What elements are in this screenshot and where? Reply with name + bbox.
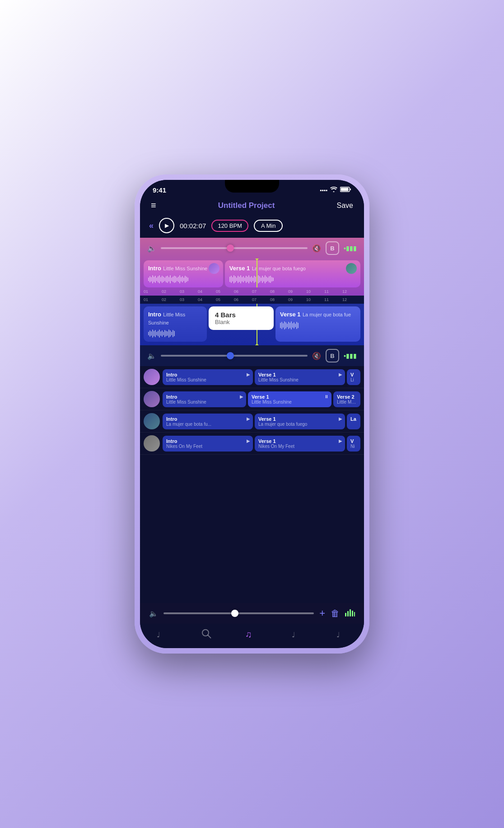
- tab-search[interactable]: [201, 629, 211, 639]
- song-row-1: Intro Little Miss Sunshine ▶ Verse 1 Lit…: [140, 366, 364, 388]
- volume-slider-bottom[interactable]: [163, 612, 314, 614]
- volume-slider-1[interactable]: [161, 247, 308, 249]
- song-clip-verse1-1[interactable]: Verse 1 Little Miss Sunshine ▶: [255, 369, 345, 385]
- ruler-tick: 01: [144, 289, 162, 294]
- volume-thumb-bottom[interactable]: [231, 610, 238, 617]
- song-clip-v-1[interactable]: V Li: [347, 369, 360, 385]
- song-clip-intro-1[interactable]: Intro Little Miss Sunshine ▶: [163, 369, 253, 385]
- clip-sub: Little Miss Sunshine: [166, 377, 249, 382]
- clip-name: Intro: [166, 438, 249, 444]
- track-2-clips: Intro Little Miss Sunshine 4 Bars Blank …: [140, 304, 364, 345]
- svg-point-9: [202, 630, 209, 636]
- track-2-ruler: 01 02 03 04 05 06 07 08 09 10 11 12: [140, 296, 364, 304]
- track-1-clips: Intro Little Miss Sunshine Verse 1 La mu…: [140, 259, 364, 287]
- clip-intro-1[interactable]: Intro Little Miss Sunshine: [144, 260, 223, 287]
- mute-button-2[interactable]: 🔇: [312, 352, 321, 360]
- ruler-tick: 12: [342, 289, 360, 294]
- song-clip-intro-2[interactable]: Intro Little Miss Sunshine ▶: [163, 391, 246, 407]
- track-2-dark: 01 02 03 04 05 06 07 08 09 10 11 12: [140, 296, 364, 304]
- svg-rect-5: [350, 609, 351, 616]
- ruler-tick: 04: [198, 289, 216, 294]
- clip-sub-intro-1: Little Miss Sunshine: [163, 266, 207, 271]
- song-clip-v-4[interactable]: V Ni: [347, 436, 360, 452]
- project-title[interactable]: Untitled Project: [218, 201, 275, 210]
- signal-icon: ▪▪▪▪: [320, 187, 327, 193]
- bpm-button[interactable]: 120 BPM: [211, 220, 248, 232]
- ruler-tick: 09: [288, 297, 306, 302]
- play-icon[interactable]: ▶: [339, 438, 342, 443]
- track-2-blue: Intro Little Miss Sunshine 4 Bars Blank …: [140, 304, 364, 345]
- song-clip-verse2-2[interactable]: Verse 2 Little Miss Sun: [333, 391, 360, 407]
- back-button[interactable]: «: [149, 221, 154, 231]
- svg-rect-2: [350, 188, 351, 190]
- tab-3[interactable]: ♩: [292, 629, 303, 638]
- mute-button-1[interactable]: 🔇: [312, 244, 321, 253]
- ruler-tick: 05: [216, 297, 234, 302]
- song-avatar-4: [144, 435, 160, 452]
- waveform-1: [148, 275, 219, 284]
- clip-intro-2[interactable]: Intro Little Miss Sunshine: [144, 306, 207, 342]
- play-icon: ▶: [165, 222, 169, 229]
- song-clip-la-3[interactable]: La: [347, 414, 360, 429]
- waveform-blue-1: [148, 329, 202, 338]
- tab-1[interactable]: ♩: [157, 629, 168, 638]
- clip-sub: Li: [350, 377, 357, 382]
- ruler-tick: 10: [306, 297, 324, 302]
- volume-thumb-1[interactable]: [227, 245, 234, 252]
- ruler-tick: 04: [198, 297, 216, 302]
- add-button[interactable]: +: [319, 607, 325, 619]
- play-icon[interactable]: ▶: [339, 416, 342, 421]
- notch: [225, 180, 279, 193]
- volume-icon-2: 🔈: [147, 352, 156, 360]
- ruler-tick: 12: [342, 297, 360, 302]
- play-button[interactable]: ▶: [159, 218, 174, 233]
- clip-sub-verse1-2: La mujer que bota fue: [303, 312, 351, 317]
- menu-button[interactable]: ≡: [151, 200, 156, 211]
- clip-verse1-1[interactable]: Verse 1 La mujer que bota fuego: [225, 260, 360, 287]
- bottom-controls: 🔈 + 🗑: [140, 603, 364, 624]
- track-1: 🔈 🔇 B ▪▮▮▮ Intro Little Miss Sunshine: [140, 238, 364, 296]
- song-clip-verse1-3[interactable]: Verse 1 La mujer que bota fuego ▶: [255, 414, 345, 429]
- tab-music-active[interactable]: ♫: [245, 628, 258, 639]
- key-button[interactable]: A Min: [254, 220, 283, 232]
- clip-sub: Ni: [350, 444, 357, 449]
- clip-sub: Little Miss Sunshine: [166, 400, 243, 405]
- trash-button[interactable]: 🗑: [331, 608, 340, 619]
- clip-name: Verse 1: [252, 394, 328, 400]
- clip-sub: Nikes On My Feet: [166, 444, 249, 449]
- volume-icon-1: 🔈: [147, 244, 156, 253]
- tooltip-wrapper: 4 Bars Blank: [209, 306, 274, 342]
- status-icons: ▪▪▪▪: [320, 187, 351, 193]
- play-icon[interactable]: ▶: [240, 394, 243, 399]
- play-icon[interactable]: ▶: [247, 416, 250, 421]
- song-row-3: Intro La mujer que bota fu... ▶ Verse 1 …: [140, 410, 364, 433]
- song-clips-4: Intro Nikes On My Feet ▶ Verse 1 Nikes O…: [163, 436, 360, 452]
- beat-button-2[interactable]: B: [326, 349, 339, 362]
- song-avatar-2: [144, 391, 160, 407]
- bar-tooltip: 4 Bars Blank: [209, 306, 274, 330]
- beat-button-1[interactable]: B: [326, 241, 339, 255]
- volume-thumb-2[interactable]: [227, 352, 234, 359]
- playhead-bottom-2: [255, 343, 259, 345]
- tab-4[interactable]: ♩: [336, 629, 347, 638]
- ruler-tick: 08: [270, 289, 288, 294]
- ruler-tick: 03: [180, 297, 198, 302]
- play-icon[interactable]: ▶: [247, 372, 250, 377]
- save-button[interactable]: Save: [337, 202, 353, 210]
- song-avatar-3: [144, 413, 160, 429]
- song-clip-intro-3[interactable]: Intro La mujer que bota fu... ▶: [163, 414, 253, 429]
- svg-rect-1: [341, 188, 348, 191]
- song-row-4: Intro Nikes On My Feet ▶ Verse 1 Nikes O…: [140, 433, 364, 455]
- clip-verse1-2[interactable]: Verse 1 La mujer que bota fue: [275, 306, 360, 342]
- song-clip-intro-4[interactable]: Intro Nikes On My Feet ▶: [163, 436, 253, 452]
- play-icon[interactable]: ▶: [247, 438, 250, 443]
- ruler-tick: 09: [288, 289, 306, 294]
- song-clip-verse1-4[interactable]: Verse 1 Nikes On My Feet ▶: [255, 436, 345, 452]
- song-clip-verse1-2[interactable]: Verse 1 Little Miss Sunshine ⏸: [248, 391, 331, 407]
- ruler-tick: 08: [270, 297, 288, 302]
- pause-icon[interactable]: ⏸: [324, 394, 329, 399]
- play-icon[interactable]: ▶: [339, 372, 342, 377]
- volume-slider-2[interactable]: [161, 355, 308, 357]
- clip-name: Intro: [166, 372, 249, 377]
- tooltip-title: 4 Bars: [215, 311, 267, 319]
